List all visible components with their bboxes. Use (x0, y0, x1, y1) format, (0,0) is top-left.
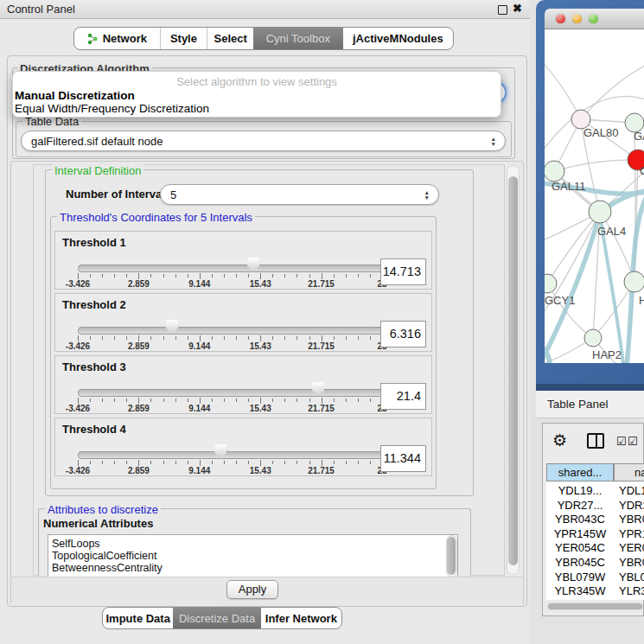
network-node-gal4[interactable] (589, 201, 611, 223)
table-row[interactable]: YLR345WYLR3 (546, 584, 644, 598)
thresholds-group-label: Threshold's Coordinates for 5 Intervals (57, 211, 255, 224)
list-scrollbar-thumb[interactable] (447, 537, 456, 575)
close-traffic-light-icon[interactable] (556, 14, 565, 23)
slider-tick (296, 274, 297, 277)
network-window-frame (536, 384, 644, 391)
checkbox-icon[interactable]: ☑ (616, 435, 627, 448)
column-header-shared-name[interactable]: shared... (546, 463, 614, 481)
table-row[interactable]: YBR043CYBR0 (546, 513, 644, 526)
node-label: HAP2 (592, 348, 622, 361)
table-row[interactable]: YDR27...YDR2 (546, 499, 644, 513)
table-data-combobox[interactable]: galFiltered.sif default node ▲▼ (21, 131, 506, 151)
bottom-tab-infer-network[interactable]: Infer Network (261, 608, 341, 628)
split-columns-icon[interactable] (587, 433, 604, 449)
slider-tick (248, 274, 249, 277)
slider-tick (284, 336, 285, 340)
tab-style[interactable]: Style (161, 28, 208, 49)
slider-tick (90, 399, 91, 402)
threshold-label: Threshold 4 (62, 423, 126, 436)
bottom-tab-impute-data[interactable]: Impute Data (103, 608, 173, 628)
algorithm-dropdown-popup: Select algorithm to view settings Manual… (12, 71, 501, 118)
slider-tick (296, 461, 297, 464)
dropdown-prompt: Select algorithm to view settings (13, 75, 501, 88)
slider-tick-label: 15.43 (250, 404, 271, 413)
cell-name: YBR0 (619, 556, 644, 569)
threshold-value[interactable]: 21.4 (380, 383, 426, 410)
column-header-name[interactable]: na (614, 463, 644, 481)
slider-tick (248, 399, 249, 402)
slider-tick (272, 461, 273, 464)
slider-tick-label: 21.715 (308, 341, 335, 351)
slider-track[interactable] (78, 451, 384, 459)
slider-tick-label: 9.144 (188, 404, 210, 413)
slider-tick (370, 461, 371, 464)
slider-tick (102, 461, 103, 464)
table-row[interactable]: YER054CYER0 (546, 541, 644, 555)
zoom-traffic-light-icon[interactable] (589, 14, 598, 23)
node-label: GA (634, 130, 644, 143)
slider-tick (163, 274, 164, 277)
slider-tick (358, 461, 359, 464)
slider-tick (272, 399, 273, 402)
tab-jactivemnodules[interactable]: jActiveMNodules (343, 28, 453, 49)
threshold-value[interactable]: 14.713 (380, 258, 426, 285)
attribute-item-topologicalcoefficient[interactable]: TopologicalCoefficient (52, 550, 156, 562)
table-panel-title: Table Panel (547, 398, 609, 411)
node-label: C (640, 164, 644, 177)
slider-tick (90, 336, 91, 340)
table-row[interactable]: YIL052CYIL0 (546, 599, 644, 600)
threshold-value[interactable]: 11.344 (380, 445, 426, 472)
slider-track[interactable] (78, 265, 384, 272)
slider-tick (284, 461, 285, 464)
control-panel: Control Panel ✖ NetworkStyleSelectCyni T… (0, 0, 530, 644)
table-row[interactable]: YPR145WYPR1 (546, 527, 644, 541)
threshold-label: Threshold 2 (62, 298, 126, 311)
network-node-gcy1[interactable] (545, 274, 557, 293)
gear-icon[interactable]: ⚙ (552, 430, 567, 450)
slider-tick-label: 2.859 (128, 404, 150, 413)
threshold-value[interactable]: 6.316 (380, 321, 426, 348)
network-node-gal11[interactable] (545, 161, 564, 182)
slider-tick-label: 21.715 (308, 404, 335, 413)
apply-button[interactable]: Apply (226, 580, 278, 599)
float-window-icon[interactable] (498, 5, 507, 15)
interval-definition-label: Interval Definition (52, 164, 143, 177)
numerical-attributes-list[interactable]: SelfLoopsTopologicalCoefficientBetweenne… (48, 534, 458, 579)
table-row[interactable]: YBR045CYBR0 (546, 556, 644, 570)
main-scrollbar-thumb[interactable] (508, 176, 518, 565)
network-node-h[interactable] (624, 271, 644, 292)
slider-tick (188, 274, 188, 277)
table-hscrollbar-thumb[interactable] (548, 603, 642, 609)
table-row[interactable]: YBL079WYBL0 (546, 571, 644, 584)
network-canvas[interactable]: GAL80GACGAL11GAL4GCY1HHAP2 (545, 29, 644, 363)
node-label: GAL11 (552, 180, 586, 193)
tab-cyni-toolbox[interactable]: Cyni Toolbox (253, 28, 343, 49)
cell-shared-name: YER054C (546, 541, 614, 554)
attribute-item-betweennesscentrality[interactable]: BetweennessCentrality (52, 562, 163, 574)
minimize-traffic-light-icon[interactable] (572, 14, 582, 23)
slider-tick (358, 399, 359, 402)
table-row[interactable]: YDL19...YDL1 (546, 484, 644, 498)
number-of-intervals-combobox[interactable]: 5 ▲▼ (160, 184, 439, 205)
slider-tick (114, 336, 115, 340)
cell-shared-name: YDR27... (546, 499, 614, 512)
dropdown-option-manual-discretization[interactable]: Manual Discretization (15, 89, 135, 102)
slider-tick (309, 461, 310, 464)
tab-label: Discretize Data (179, 612, 255, 625)
slider-tick (296, 336, 297, 340)
network-node-hap2[interactable] (584, 329, 602, 347)
slider-track[interactable] (78, 389, 384, 397)
bottom-tab-discretize-data[interactable]: Discretize Data (173, 608, 260, 628)
checkbox-icon[interactable]: ☑ (628, 435, 638, 448)
slider-tick (260, 460, 261, 466)
node-table[interactable]: shared... na YDL19...YDL1YDR27...YDR2YBR… (546, 463, 644, 600)
close-icon[interactable]: ✖ (513, 2, 522, 15)
tab-select[interactable]: Select (207, 28, 253, 49)
slider-tick (188, 461, 188, 464)
slider-track[interactable] (78, 327, 384, 335)
slider-tick (212, 336, 213, 340)
dropdown-option-equal-width-frequency-discretization[interactable]: Equal Width/Frequency Discretization (15, 102, 209, 115)
attribute-item-selfloops[interactable]: SelfLoops (52, 538, 100, 550)
node-label: GAL4 (597, 225, 626, 238)
tab-network[interactable]: Network (74, 28, 161, 49)
